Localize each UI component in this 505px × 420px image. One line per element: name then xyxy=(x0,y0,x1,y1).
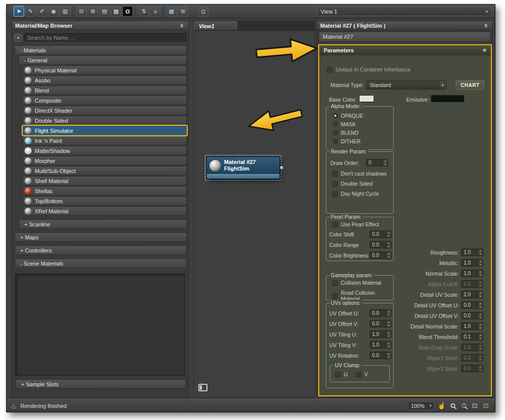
alpha-mode-option[interactable]: BLEND xyxy=(333,130,393,136)
browser-row[interactable]: Composite xyxy=(23,96,187,105)
browser-row[interactable]: Asobo xyxy=(23,75,187,85)
show-background-icon[interactable]: ▩ xyxy=(166,6,177,17)
material-preview-icon[interactable]: ▩ xyxy=(111,6,121,17)
spinner-arrows-icon[interactable]: ▴▾ xyxy=(477,281,483,287)
show-map-icon[interactable]: O xyxy=(122,6,133,17)
uv-clamp-v[interactable]: V xyxy=(356,371,368,377)
checkbox-icon[interactable] xyxy=(332,191,338,197)
checkbox-row[interactable]: Day Night Cycle xyxy=(332,191,393,197)
search-filter-dropdown[interactable]: ▾ xyxy=(14,34,22,42)
radio-button-icon[interactable] xyxy=(333,113,338,118)
browser-row[interactable]: Ink 'n Paint xyxy=(23,136,187,145)
zoom-tool-icon[interactable] xyxy=(448,401,458,411)
material-name-field[interactable]: Material #27 xyxy=(319,32,491,42)
brush-tool-icon[interactable]: ✐ xyxy=(37,6,47,17)
checkbox-icon[interactable] xyxy=(356,372,362,377)
scalar-field-spinner[interactable]: 1.0 ▴▾ xyxy=(461,322,483,330)
zoom-extents-icon[interactable]: ⊡ xyxy=(470,401,480,411)
connections-icon[interactable]: ≡ xyxy=(150,6,161,17)
browser-row[interactable]: Flight Simulator xyxy=(23,126,187,135)
unique-inheritance-row[interactable]: Unique In Container Inheritance xyxy=(327,66,410,72)
checkbox-icon[interactable] xyxy=(332,280,338,286)
browser-row[interactable]: DirectX Shader xyxy=(23,106,187,115)
sample-slots-row[interactable]: + Sample Slots xyxy=(16,379,186,389)
spinner-arrows-icon[interactable]: ▴▾ xyxy=(477,249,483,256)
browser-row[interactable]: - Materials xyxy=(15,45,187,55)
scalar-field-spinner[interactable]: 0.0 ▴▾ xyxy=(461,301,483,309)
parameters-rollout-header[interactable]: Parameters ✱ xyxy=(319,45,491,55)
spinner-arrows-icon[interactable]: ▴▾ xyxy=(382,159,388,166)
zoom-region-icon[interactable] xyxy=(459,401,469,411)
spinner-arrows-icon[interactable]: ▴▾ xyxy=(477,323,483,329)
browser-row[interactable]: Top/Bottom xyxy=(23,196,187,206)
browser-row[interactable]: XRef Material xyxy=(23,206,187,216)
spinner-arrows-icon[interactable]: ▴▾ xyxy=(477,302,483,308)
alpha-mode-option[interactable]: OPAQUE xyxy=(333,113,393,119)
scalar-field-spinner[interactable]: 1.0 ▴▾ xyxy=(461,259,483,267)
checkbox-icon[interactable] xyxy=(335,372,341,377)
spinner-arrows-icon[interactable]: ▴▾ xyxy=(477,312,483,319)
material-type-dropdown[interactable]: Standard ▾ xyxy=(366,80,447,90)
spinner-arrows-icon[interactable]: ▴▾ xyxy=(477,270,483,277)
draw-order-spinner[interactable]: 0 ▴▾ xyxy=(366,159,388,166)
checkbox-icon[interactable] xyxy=(332,293,338,299)
scalar-field-spinner[interactable]: 0.0 ▴▾ xyxy=(461,312,483,319)
scalar-field-spinner[interactable]: 0.1 ▴▾ xyxy=(461,333,483,341)
scalar-field-spinner[interactable]: 1.0 ▴▾ xyxy=(461,270,483,277)
pan-hand-icon[interactable]: ☝ xyxy=(437,401,447,411)
sort-icon[interactable]: ⇅ xyxy=(138,6,149,17)
browser-row[interactable]: Physical Material xyxy=(23,65,187,75)
radio-button-icon[interactable] xyxy=(333,130,338,135)
show-grid-icon[interactable]: ⊞ xyxy=(178,6,188,17)
close-icon[interactable]: x xyxy=(178,23,185,28)
browser-row[interactable]: Morpher xyxy=(23,156,187,165)
spinner-arrows-icon[interactable]: ▴▾ xyxy=(477,260,483,266)
use-pearl-checkbox[interactable] xyxy=(332,222,338,227)
zoom-level-dropdown[interactable]: 100% ▾ xyxy=(408,401,435,410)
search-input[interactable] xyxy=(24,33,186,43)
node-output-socket[interactable] xyxy=(279,165,284,170)
spinner-arrows-icon[interactable]: ▴▾ xyxy=(477,333,483,340)
layout-all-icon[interactable]: ⊞ xyxy=(88,6,98,17)
alpha-mode-option[interactable]: DITHER xyxy=(333,138,393,144)
align-nodes-icon[interactable]: ▤ xyxy=(99,6,110,17)
magnet-snap-icon[interactable]: Ω xyxy=(198,6,208,17)
scalar-field-spinner[interactable]: 1.0 ▴▾ xyxy=(461,344,483,351)
browser-row[interactable]: + Controllers xyxy=(15,245,187,255)
browser-row[interactable]: + Scanline xyxy=(19,219,187,229)
browser-row[interactable]: + Maps xyxy=(15,232,187,242)
base-color-swatch[interactable] xyxy=(359,95,374,102)
browser-row[interactable]: - Scene Materials xyxy=(15,259,187,268)
close-icon[interactable]: x xyxy=(482,23,489,28)
checkbox-icon[interactable] xyxy=(332,181,338,187)
chart-button[interactable]: CHART xyxy=(456,80,484,90)
browser-row[interactable]: Blend xyxy=(23,86,187,95)
spinner-arrows-icon[interactable]: ▴▾ xyxy=(477,365,483,372)
scalar-field-spinner[interactable]: 1.0 ▴▾ xyxy=(461,248,483,256)
pearl-field-spinner[interactable]: 0.0 ▴▾ xyxy=(370,230,392,238)
alpha-mode-option[interactable]: MASK xyxy=(333,121,393,127)
tab-view1[interactable]: View1 xyxy=(194,21,237,30)
scalar-field-spinner[interactable]: 0.0 ▴▾ xyxy=(461,354,483,362)
select-tool-icon[interactable]: ➤ xyxy=(14,6,24,17)
material-node[interactable]: Material #27 FlightSim xyxy=(205,155,281,181)
checkbox-row[interactable]: Double Sided xyxy=(332,181,393,187)
spinner-arrows-icon[interactable]: ▴▾ xyxy=(477,355,483,361)
browser-row[interactable]: Matte/Shadow xyxy=(23,146,187,155)
spinner-arrows-icon[interactable]: ▴▾ xyxy=(477,291,483,298)
browser-row[interactable]: Double Sided xyxy=(23,116,187,125)
pick-material-icon[interactable]: ◉ xyxy=(48,6,59,17)
browser-row[interactable]: Shellac xyxy=(23,186,187,196)
use-pearl-row[interactable]: Use Pearl Effect xyxy=(332,221,393,227)
checkbox-row[interactable]: Don't cast shadows xyxy=(332,171,393,177)
view-selector-dropdown[interactable]: View 1 ▾ xyxy=(317,7,492,16)
radio-button-icon[interactable] xyxy=(333,122,338,127)
scalar-field-spinner[interactable]: 0.5 ▴▾ xyxy=(461,280,483,288)
unique-inheritance-checkbox[interactable] xyxy=(327,67,333,72)
layout-children-icon[interactable]: ⊟ xyxy=(76,6,87,17)
emissive-swatch[interactable] xyxy=(431,95,464,102)
scalar-field-spinner[interactable]: 0.0 ▴▾ xyxy=(461,365,483,372)
scalar-field-spinner[interactable]: 2.0 ▴▾ xyxy=(461,291,483,298)
toggle-panels-icon[interactable] xyxy=(198,384,207,391)
spinner-arrows-icon[interactable]: ▴▾ xyxy=(477,344,483,351)
